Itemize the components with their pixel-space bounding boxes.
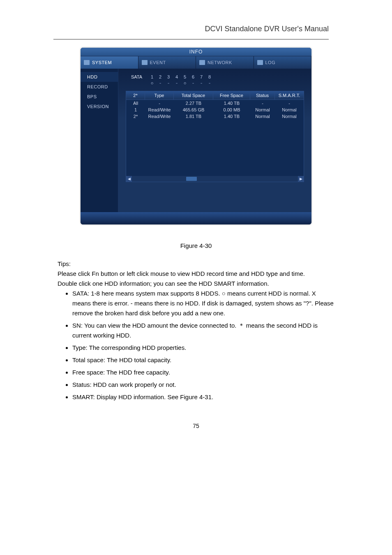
dvr-window: INFO SYSTEM EVENT NETWORK LOG	[81, 48, 311, 224]
list-item: Status: HDD can work properly or not.	[72, 380, 334, 390]
sata-slot-1: 1	[149, 74, 155, 79]
hdd-cell: 1.40 TB	[213, 114, 250, 119]
sidebar-item-record[interactable]: RECORD	[81, 82, 118, 92]
sidebar-item-hdd[interactable]: HDD	[81, 72, 118, 82]
tab-log[interactable]: LOG	[254, 56, 312, 69]
dvr-footer	[81, 212, 311, 224]
tab-network[interactable]: NETWORK	[196, 56, 254, 69]
sata-status-4: -	[173, 81, 180, 85]
dvr-title: INFO	[81, 48, 311, 56]
sidebar: HDD RECORD BPS VERSION	[81, 69, 118, 213]
body-line: Please click Fn button or left click mou…	[58, 269, 334, 279]
scroll-right-icon[interactable]: ▶	[298, 176, 304, 182]
list-item: SN: You can view the HDD amount the devi…	[72, 321, 334, 340]
sata-slot-5: 5	[182, 74, 188, 79]
scroll-handle[interactable]	[186, 177, 197, 181]
sata-status-1: ○	[149, 81, 155, 85]
hdd-row[interactable]: 2*Read/Write1.81 TB1.40 TBNormalNormal	[126, 113, 304, 120]
sata-label: SATA	[126, 74, 144, 79]
sata-status-5: ○	[182, 81, 188, 85]
hdd-col-header: Type	[145, 91, 174, 99]
tab-label: SYSTEM	[92, 60, 112, 65]
tab-system[interactable]: SYSTEM	[81, 56, 138, 69]
sidebar-item-version[interactable]: VERSION	[81, 102, 118, 111]
list-item: SMART: Display HDD information. See Figu…	[72, 392, 334, 402]
event-icon	[142, 60, 148, 65]
tab-label: EVENT	[150, 60, 166, 65]
hdd-col-header: Total Space	[174, 91, 213, 99]
list-item: Free space: The HDD free capacity.	[72, 368, 334, 377]
page-number: 75	[33, 423, 359, 429]
sata-slot-2: 2	[157, 74, 164, 79]
network-icon	[199, 60, 205, 65]
sata-slot-3: 3	[165, 74, 172, 79]
tab-label: NETWORK	[208, 60, 232, 65]
hdd-cell: Read/Write	[145, 107, 174, 112]
hdd-cell: 465.65 GB	[174, 107, 213, 112]
system-icon	[84, 60, 90, 65]
scroll-left-icon[interactable]: ◀	[126, 176, 132, 182]
hdd-col-header: Status	[250, 91, 275, 99]
sata-status-2: -	[157, 81, 164, 85]
log-icon	[257, 60, 263, 65]
body-line: Tips:	[58, 259, 334, 269]
hdd-cell: 2.27 TB	[174, 101, 213, 106]
body-line: Double click one HDD information; you ca…	[58, 279, 334, 289]
hdd-col-header: S.M.A.R.T.	[275, 91, 304, 99]
hdd-col-header: Free Space	[213, 91, 250, 99]
hdd-cell: 1.40 TB	[213, 101, 250, 106]
sata-status: SATA 12345678○---○---	[126, 74, 304, 85]
sata-status-8: -	[206, 81, 213, 85]
hdd-cell: Normal	[275, 107, 304, 112]
hdd-cell: -	[250, 101, 275, 106]
hdd-cell: All	[126, 101, 145, 106]
hdd-row[interactable]: All-2.27 TB1.40 TB--	[126, 100, 304, 106]
hdd-col-header: 2*	[126, 91, 145, 99]
sata-slot-8: 8	[206, 74, 213, 79]
figure-caption: Figure 4-30	[58, 241, 334, 251]
document-body: Figure 4-30 Tips: Please click Fn button…	[33, 241, 359, 402]
hdd-cell: -	[275, 101, 304, 106]
hdd-cell: -	[145, 101, 174, 106]
tab-label: LOG	[265, 60, 276, 65]
screenshot-figure: INFO SYSTEM EVENT NETWORK LOG	[33, 48, 359, 224]
sata-status-7: -	[198, 81, 205, 85]
hdd-cell: 0.00 MB	[213, 107, 250, 112]
sata-status-6: -	[190, 81, 196, 85]
hdd-table: 2*TypeTotal SpaceFree SpaceStatusS.M.A.R…	[126, 91, 304, 182]
sata-slot-7: 7	[198, 74, 205, 79]
list-item: SATA: 1-8 here means system max supports…	[72, 289, 334, 318]
sata-slot-4: 4	[173, 74, 180, 79]
hdd-cell: Normal	[250, 107, 275, 112]
hdd-cell: Read/Write	[145, 114, 174, 119]
hdd-row[interactable]: 1Read/Write465.65 GB0.00 MBNormalNormal	[126, 106, 304, 113]
hdd-cell: Normal	[275, 114, 304, 119]
hdd-cell: 1.81 TB	[174, 114, 213, 119]
tab-event[interactable]: EVENT	[138, 56, 196, 69]
list-item: Type: The corresponding HDD properties.	[72, 343, 334, 353]
hdd-cell: 1	[126, 107, 145, 112]
list-item: Total space: The HDD total capacity.	[72, 355, 334, 365]
hdd-cell: Normal	[250, 114, 275, 119]
hdd-scrollbar[interactable]: ◀ ▶	[126, 176, 304, 182]
sidebar-item-bps[interactable]: BPS	[81, 92, 118, 102]
sata-slot-6: 6	[190, 74, 196, 79]
sata-status-3: -	[165, 81, 172, 85]
hdd-cell: 2*	[126, 114, 145, 119]
page-header: DCVI Standalone DVR User's Manual	[53, 21, 329, 39]
